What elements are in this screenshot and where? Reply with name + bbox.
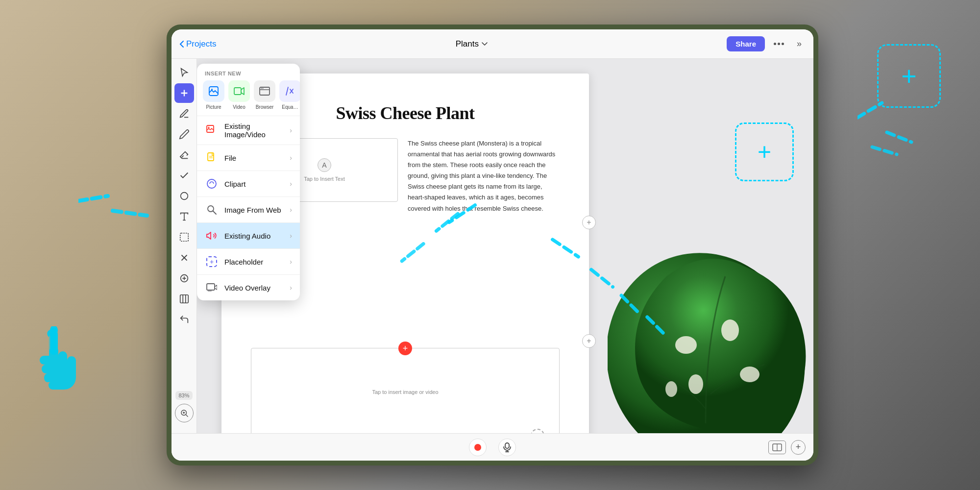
page-add-top-button[interactable]: + — [582, 216, 596, 229]
video-icon-circle — [228, 80, 250, 102]
frame-icon — [179, 294, 190, 304]
file-text: File — [224, 154, 284, 162]
svg-rect-50 — [505, 443, 509, 448]
zoom-level[interactable]: 83% — [175, 391, 192, 400]
text-tool[interactable] — [174, 207, 194, 226]
insert-menu-header: INSERT NEW — [197, 64, 300, 80]
shapes-tool[interactable] — [174, 186, 194, 206]
insert-equation[interactable]: Equa… — [279, 80, 300, 110]
file-chevron: › — [290, 154, 292, 162]
page-add-bottom-button[interactable]: + — [582, 334, 596, 348]
bottom-add-button[interactable]: + — [791, 440, 806, 455]
video-overlay-text: Video Overlay — [224, 284, 284, 292]
clipart-svg-icon — [206, 178, 217, 189]
text-placeholder-icon: A — [318, 158, 331, 172]
back-button[interactable]: Projects — [179, 39, 216, 49]
frame-tool[interactable] — [174, 289, 194, 309]
leaf-svg — [608, 237, 813, 433]
insert-browser[interactable]: Browser — [254, 80, 275, 110]
search-icon — [206, 204, 217, 215]
zoom-button[interactable] — [175, 404, 194, 422]
browser-label: Browser — [256, 104, 274, 110]
dot1 — [774, 43, 776, 45]
placeholder-icon: + — [205, 255, 219, 269]
existing-image-video-item[interactable]: Existing Image/Video › — [197, 116, 300, 145]
svg-point-19 — [675, 336, 697, 354]
dot2 — [778, 43, 780, 45]
zoom-icon — [180, 409, 189, 417]
eraser-tool[interactable] — [174, 145, 194, 165]
svg-rect-26 — [234, 88, 241, 95]
doc-text-area: The Swiss cheese plant (Monstera) is a t… — [408, 138, 560, 214]
image-add-top-button[interactable]: + — [398, 342, 412, 355]
record-button[interactable] — [469, 439, 487, 456]
top-bar-right: Share » — [727, 36, 806, 51]
placeholder-dashed-box: + — [206, 256, 217, 267]
share-button[interactable]: Share — [727, 36, 765, 51]
svg-rect-5 — [180, 233, 188, 242]
file-item[interactable]: File › — [197, 145, 300, 171]
svg-point-37 — [210, 182, 211, 183]
browser-icon-circle — [254, 80, 275, 102]
video-icon — [233, 85, 245, 97]
svg-rect-33 — [208, 153, 214, 161]
screen-layout-button[interactable] — [768, 441, 786, 454]
image-placeholder-label: Tap to insert image or video — [372, 389, 438, 395]
picture-icon — [208, 85, 220, 97]
undo-tool[interactable] — [174, 310, 194, 329]
existing-audio-icon — [205, 229, 219, 243]
image-from-web-chevron: › — [290, 206, 292, 214]
pointer-icon — [179, 67, 190, 78]
clipart-chevron: › — [290, 180, 292, 188]
svg-rect-11 — [180, 295, 188, 303]
image-from-web-item[interactable]: Image From Web › — [197, 197, 300, 222]
expand-button[interactable]: » — [793, 37, 806, 51]
back-chevron-icon — [179, 40, 184, 48]
svg-rect-41 — [207, 284, 215, 290]
close-tool[interactable] — [174, 248, 194, 268]
top-bar-center: Plants — [222, 39, 721, 49]
doc-title-button[interactable]: Plants — [456, 39, 488, 49]
canvas-area[interactable]: Swiss Cheese Plant A Tap to Insert Text — [197, 59, 813, 433]
add-hint-plus-icon: + — [758, 140, 771, 164]
top-bar: Projects Plants Share » — [172, 29, 813, 59]
microphone-button[interactable] — [498, 439, 516, 456]
svg-line-40 — [213, 211, 217, 215]
more-button[interactable] — [771, 40, 787, 48]
pencil-icon — [179, 129, 190, 140]
close-icon — [179, 252, 190, 263]
doc-body-text: The Swiss cheese plant (Monstera) is a t… — [408, 138, 560, 214]
select-tool[interactable] — [174, 227, 194, 247]
existing-image-video-text: Existing Image/Video — [224, 122, 284, 139]
pencil-tool[interactable] — [174, 124, 194, 144]
tablet-frame: Projects Plants Share » — [167, 24, 818, 466]
image-from-web-text: Image From Web — [224, 206, 284, 214]
pointer-tool[interactable] — [174, 63, 194, 82]
add-tool[interactable] — [174, 83, 194, 103]
insert-picture[interactable]: Picture — [203, 80, 224, 110]
left-toolbar: 83% — [172, 59, 197, 433]
clipart-icon — [205, 177, 219, 191]
file-svg-icon — [206, 152, 217, 163]
video-overlay-item[interactable]: Video Overlay › — [197, 275, 300, 300]
svg-point-2 — [180, 193, 188, 200]
placeholder-item[interactable]: + Placeholder › — [197, 249, 300, 274]
insert-menu: INSERT NEW Picture — [197, 64, 300, 300]
image-add-bottom-button[interactable]: + — [531, 429, 544, 433]
select-icon — [179, 232, 190, 243]
image-video-icon — [206, 125, 217, 136]
svg-point-20 — [721, 319, 739, 341]
clipart-item[interactable]: Clipart › — [197, 171, 300, 196]
undo-icon — [179, 314, 190, 325]
pen-tool[interactable] — [174, 104, 194, 123]
equation-icon — [284, 85, 296, 97]
insert-video[interactable]: Video — [228, 80, 250, 110]
image-placeholder[interactable]: + Tap to insert image or video + — [251, 348, 560, 433]
check-tool[interactable] — [174, 166, 194, 185]
target-tool[interactable] — [174, 269, 194, 288]
dot3 — [782, 43, 784, 45]
chevron-down-icon — [482, 42, 488, 46]
existing-audio-item[interactable]: Existing Audio › — [197, 223, 300, 248]
shapes-icon — [179, 191, 190, 201]
video-overlay-svg-icon — [206, 282, 217, 293]
